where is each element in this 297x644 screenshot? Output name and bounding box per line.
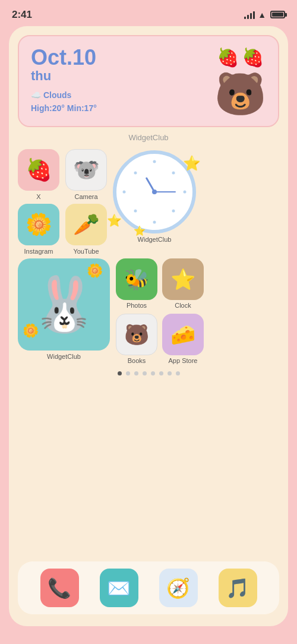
page-dot-7 xyxy=(168,371,172,375)
weather-condition: ☁️ Clouds High:20° Min:17° xyxy=(31,89,97,115)
app-icon-camera[interactable]: 🐨 xyxy=(65,149,107,191)
app-icon-appstore[interactable]: 🧀 xyxy=(162,314,204,355)
app-icon-photos[interactable]: 🐝 xyxy=(116,258,157,300)
page-dot-6 xyxy=(159,371,163,375)
app-label-clock: Clock xyxy=(175,302,191,309)
cloud-icon: ☁️ xyxy=(31,90,41,100)
app-appstore[interactable]: 🧀 App Store xyxy=(162,314,204,364)
signal-icon xyxy=(244,11,255,19)
dock-music[interactable]: 🎵 xyxy=(219,569,257,607)
strawberry-icon-2: 🍓 xyxy=(242,47,264,68)
app-icon-x[interactable]: 🍓 xyxy=(18,149,59,191)
phone-body: Oct.10 thu ☁️ Clouds High:20° Min:17° 🍓 … xyxy=(9,26,288,626)
clock-widget[interactable]: ⭐ ⭐ ⭐ xyxy=(113,150,196,233)
app-photos[interactable]: 🐝 Photos xyxy=(116,258,157,309)
app-icon-youtube[interactable]: 🥕 xyxy=(65,204,107,245)
big-widget-row: 🌼 🌼 🐰 WidgetClub 🐝 Photos ⭐ Clock 🐻 Book… xyxy=(18,258,279,364)
app-youtube[interactable]: 🥕 YouTube xyxy=(65,204,107,255)
app-label-camera: Camera xyxy=(74,193,97,200)
widget-big-label: WidgetClub xyxy=(47,353,81,360)
star-icon-tl: ⭐ xyxy=(183,155,201,172)
page-dot-4 xyxy=(143,371,147,375)
strawberry-icon-1: 🍓 xyxy=(217,47,239,68)
page-dot-1 xyxy=(118,371,122,375)
weather-left: Oct.10 thu ☁️ Clouds High:20° Min:17° xyxy=(31,47,97,115)
widget-club-label: WidgetClub xyxy=(18,133,279,142)
rabbit-emoji: 🐰 xyxy=(31,273,97,336)
app-instagram[interactable]: 🌼 Instagram xyxy=(18,204,59,255)
dock-phone[interactable]: 📞 xyxy=(40,569,79,607)
app-label-books: Books xyxy=(128,357,146,364)
dock-mail[interactable]: ✉️ xyxy=(100,569,138,607)
app-icon-clock[interactable]: ⭐ xyxy=(162,258,204,300)
bear-emoji: 🐻 xyxy=(214,73,266,115)
app-label-instagram: Instagram xyxy=(24,248,53,255)
page-dot-2 xyxy=(126,371,130,375)
app-label-appstore: App Store xyxy=(169,357,198,364)
clock-min-hand xyxy=(154,191,176,192)
star-icon-bl: ⭐ xyxy=(107,213,122,228)
app-icon-books[interactable]: 🐻 xyxy=(116,314,157,355)
dock: 📞 ✉️ 🧭 🎵 xyxy=(18,561,279,614)
status-icons: ▲ xyxy=(244,10,285,20)
battery-icon xyxy=(270,11,285,18)
weather-widget[interactable]: Oct.10 thu ☁️ Clouds High:20° Min:17° 🍓 … xyxy=(18,35,279,127)
status-bar: 2:41 ▲ xyxy=(0,0,297,26)
rabbit-widget[interactable]: 🌼 🌼 🐰 xyxy=(18,258,110,351)
app-clock[interactable]: ⭐ Clock xyxy=(162,258,204,309)
page-dots xyxy=(18,371,279,375)
weather-date: Oct.10 xyxy=(31,47,97,68)
widget-clock-label: WidgetClub xyxy=(138,236,172,243)
app-label-x: X xyxy=(36,193,40,200)
page-dot-8 xyxy=(176,371,180,375)
star-icon-bm: ⭐ xyxy=(134,225,146,236)
app-icon-instagram[interactable]: 🌼 xyxy=(18,204,59,245)
weather-day: thu xyxy=(31,68,97,84)
page-dot-3 xyxy=(134,371,138,375)
app-books[interactable]: 🐻 Books xyxy=(116,314,157,364)
clock-center xyxy=(152,190,157,194)
weather-right: 🍓 🍓 🐻 xyxy=(214,47,266,115)
page-dot-5 xyxy=(151,371,155,375)
status-time: 2:41 xyxy=(12,9,32,21)
app-camera[interactable]: 🐨 Camera xyxy=(65,149,107,200)
app-x[interactable]: 🍓 X xyxy=(18,149,59,200)
wifi-icon: ▲ xyxy=(258,10,266,20)
dock-safari[interactable]: 🧭 xyxy=(159,569,198,607)
app-label-photos: Photos xyxy=(127,302,147,309)
app-label-youtube: YouTube xyxy=(73,248,99,255)
small-app-grid: 🐝 Photos ⭐ Clock 🐻 Books 🧀 App Store xyxy=(116,258,204,364)
